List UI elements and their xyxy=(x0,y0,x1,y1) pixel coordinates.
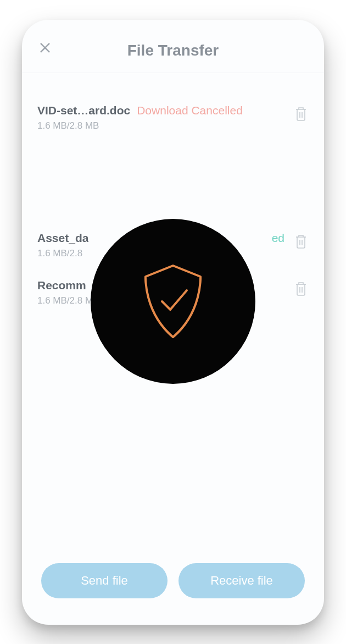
delete-button[interactable] xyxy=(293,105,309,123)
file-list: VID-set…ard.doc Download Cancelled 1.6 M… xyxy=(22,73,324,563)
trash-icon xyxy=(294,106,308,122)
file-name: Asset_da xyxy=(37,232,88,245)
footer-actions: Send file Receive file xyxy=(22,563,324,625)
page-title: File Transfer xyxy=(127,42,219,59)
file-size: 1.6 MB/2.8 MB xyxy=(37,120,284,131)
trash-icon xyxy=(294,281,308,296)
file-item: VID-set…ard.doc Download Cancelled 1.6 M… xyxy=(37,104,309,131)
delete-button[interactable] xyxy=(293,233,309,250)
close-button[interactable] xyxy=(37,40,53,55)
close-icon xyxy=(39,41,51,53)
file-info: VID-set…ard.doc Download Cancelled 1.6 M… xyxy=(37,104,284,131)
receive-file-button[interactable]: Receive file xyxy=(178,563,305,598)
delete-button[interactable] xyxy=(293,280,309,298)
file-status: ed xyxy=(272,232,284,245)
device-frame: File Transfer VID-set…ard.doc Download C… xyxy=(22,20,324,625)
file-name: VID-set…ard.doc xyxy=(37,104,130,117)
file-name: Recomm xyxy=(37,279,86,292)
header: File Transfer xyxy=(22,20,324,73)
send-file-button[interactable]: Send file xyxy=(41,563,168,598)
success-overlay xyxy=(91,219,255,384)
file-status: Download Cancelled xyxy=(137,104,243,117)
shield-check-icon xyxy=(137,260,209,343)
trash-icon xyxy=(294,234,308,249)
